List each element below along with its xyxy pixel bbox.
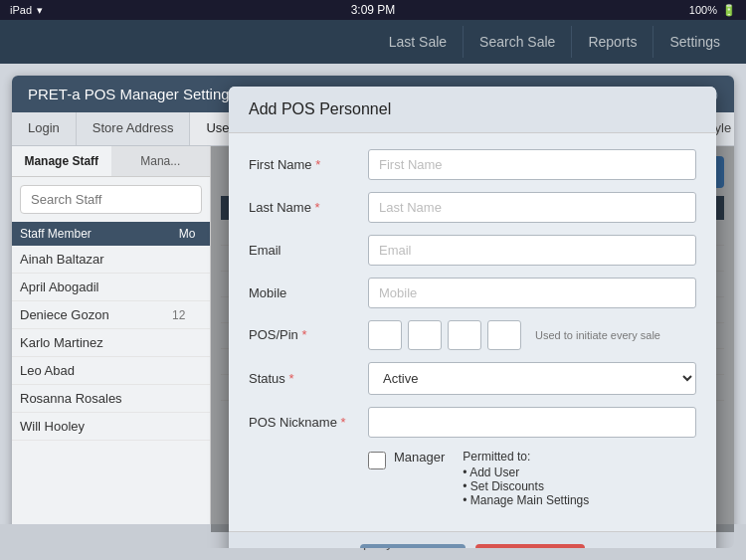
modal-save-button[interactable]: Save — [360, 544, 466, 549]
staff-name: Rosanna Rosales — [20, 391, 172, 406]
search-staff-input[interactable] — [20, 185, 202, 214]
staff-name: Ainah Baltazar — [20, 252, 172, 267]
settings-title: PRET-a POS Manager Settings — [28, 86, 237, 102]
last-name-input[interactable] — [368, 192, 696, 223]
status-label: Status * — [249, 371, 368, 386]
manager-row: Manager Permitted to: • Add User • Set D… — [249, 450, 696, 507]
tab-store-address[interactable]: Store Address — [77, 112, 191, 145]
content-area: Manage Staff Mana... Staff Member Mo Ain… — [12, 146, 734, 532]
staff-name: Deniece Gozon — [20, 307, 172, 322]
list-item[interactable]: Deniece Gozon 12 — [12, 301, 210, 329]
settings-panel: PRET-a POS Manager Settings Ver. 1.0.0 (… — [12, 76, 734, 548]
pin-digit-1[interactable] — [368, 320, 402, 350]
required-star: * — [315, 200, 320, 215]
manager-label-text: Manager — [394, 450, 445, 465]
nav-search-sale[interactable]: Search Sale — [464, 26, 572, 58]
pos-nickname-row: POS Nickname * — [249, 407, 696, 438]
status-carrier: iPad ▾ — [10, 4, 43, 17]
modal-footer: Save Close — [229, 531, 716, 549]
battery-text: 100% — [689, 4, 717, 16]
first-name-input[interactable] — [368, 149, 696, 180]
first-name-row: First Name * — [249, 149, 696, 180]
status-bar: iPad ▾ 3:09 PM 100% 🔋 — [0, 0, 746, 20]
staff-name: April Abogadil — [20, 280, 172, 294]
permitted-item-2: • Manage Main Settings — [463, 493, 589, 507]
pos-pin-label: POS/Pin * — [249, 327, 368, 342]
list-item[interactable]: Karlo Martinez — [12, 329, 210, 357]
status-time: 3:09 PM — [351, 3, 396, 17]
mobile-label: Mobile — [249, 285, 368, 300]
manager-checkbox-col: Manager Permitted to: • Add User • Set D… — [368, 450, 589, 507]
main-right: Add Staff Staff Member Mo Address Status — [211, 146, 734, 532]
staff-num: 12 — [172, 308, 202, 322]
mobile-input[interactable] — [368, 278, 696, 308]
nav-settings[interactable]: Settings — [653, 26, 736, 58]
pos-nickname-label: POS Nickname * — [249, 415, 368, 430]
status-row: Status * Active — [249, 362, 696, 395]
add-pos-modal: Add POS Personnel First Name * — [229, 87, 716, 549]
sidebar-tab-mana[interactable]: Mana... — [111, 146, 211, 176]
first-name-label: First Name * — [249, 157, 368, 172]
permitted-item-0: • Add User — [463, 466, 589, 479]
modal-overlay: Add POS Personnel First Name * — [211, 146, 734, 532]
pin-boxes: Used to initiate every sale — [368, 320, 660, 350]
main-area: PRET-a POS Manager Settings Ver. 1.0.0 (… — [0, 64, 746, 560]
pin-hint: Used to initiate every sale — [535, 329, 660, 341]
permitted-col: Permitted to: • Add User • Set Discounts… — [463, 450, 589, 507]
list-item[interactable]: April Abogadil — [12, 274, 210, 301]
wifi-icon: ▾ — [37, 4, 43, 17]
pin-digit-3[interactable] — [448, 320, 481, 350]
battery-icon: 🔋 — [722, 4, 736, 17]
email-label: Email — [249, 243, 368, 258]
staff-name: Karlo Martinez — [20, 335, 172, 350]
list-item[interactable]: Ainah Baltazar — [12, 246, 210, 274]
modal-close-button[interactable]: Close — [475, 544, 585, 549]
permitted-title: Permitted to: — [463, 450, 589, 464]
header-mo: Mo — [172, 227, 202, 241]
list-item[interactable]: Leo Abad — [12, 357, 210, 385]
header-staff-member: Staff Member — [20, 227, 172, 241]
pin-digit-4[interactable] — [487, 320, 521, 350]
last-name-label: Last Name * — [249, 200, 368, 215]
sidebar: Manage Staff Mana... Staff Member Mo Ain… — [12, 146, 211, 532]
required-star: * — [315, 157, 320, 172]
list-item[interactable]: Will Hooley — [12, 413, 210, 441]
last-name-row: Last Name * — [249, 192, 696, 223]
list-item[interactable]: Rosanna Rosales — [12, 385, 210, 413]
mobile-row: Mobile — [249, 278, 696, 308]
required-star: * — [301, 327, 306, 342]
carrier-text: iPad — [10, 4, 32, 16]
pos-nickname-input[interactable] — [368, 407, 696, 438]
sidebar-tab-manage-staff[interactable]: Manage Staff — [12, 146, 111, 176]
required-star: * — [341, 415, 346, 430]
modal-body: First Name * Last Name * — [229, 133, 716, 531]
tab-login[interactable]: Login — [12, 112, 77, 145]
email-row: Email — [249, 235, 696, 266]
nav-reports[interactable]: Reports — [572, 26, 653, 58]
top-nav: Last Sale Search Sale Reports Settings — [0, 20, 746, 64]
nav-last-sale[interactable]: Last Sale — [373, 26, 464, 58]
staff-table-header: Staff Member Mo — [12, 222, 210, 246]
permitted-item-1: • Set Discounts — [463, 479, 589, 493]
status-right: 100% 🔋 — [689, 4, 736, 17]
required-star: * — [288, 371, 293, 386]
modal-header: Add POS Personnel — [229, 87, 716, 133]
staff-name: Leo Abad — [20, 363, 172, 378]
staff-name: Will Hooley — [20, 419, 172, 434]
sidebar-tabs: Manage Staff Mana... — [12, 146, 210, 177]
status-select[interactable]: Active — [368, 362, 696, 395]
pos-pin-row: POS/Pin * Used to initiate every sale — [249, 320, 696, 350]
staff-list: Ainah Baltazar April Abogadil Deniece Go… — [12, 246, 210, 441]
pin-digit-2[interactable] — [408, 320, 442, 350]
email-input[interactable] — [368, 235, 696, 266]
manager-checkbox[interactable] — [368, 452, 386, 469]
